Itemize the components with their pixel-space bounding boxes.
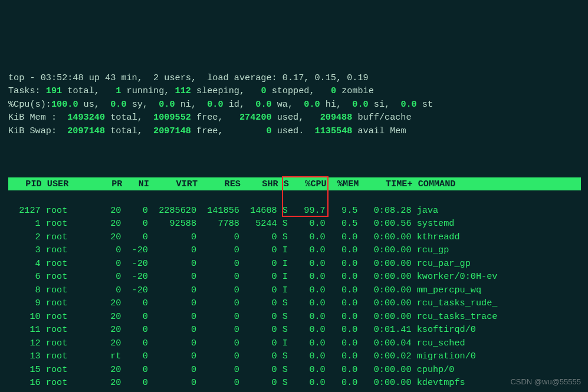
process-row[interactable]: 13 root rt 0 0 0 0 S 0.0 0.0 0:00.02 mig… <box>8 350 581 363</box>
process-row[interactable]: 6 root 0 -20 0 0 0 I 0.0 0.0 0:00.00 kwo… <box>8 270 581 284</box>
process-row[interactable]: 4 root 0 -20 0 0 0 I 0.0 0.0 0:00.00 rcu… <box>8 257 581 271</box>
process-row[interactable]: 17 root 0 -20 0 0 0 I 0.0 0.0 0:00.00 ne… <box>8 390 581 393</box>
watermark: CSDN @wu@55555 <box>510 375 581 389</box>
top-summary: top - 03:52:48 up 43 min, 2 users, load … <box>8 71 581 138</box>
process-list[interactable]: 2127 root 20 0 2285620 141856 14608 S 99… <box>8 204 581 393</box>
process-row[interactable]: 10 root 20 0 0 0 0 S 0.0 0.0 0:00.00 rcu… <box>8 310 581 324</box>
process-row[interactable]: 8 root 0 -20 0 0 0 I 0.0 0.0 0:00.00 mm_… <box>8 284 581 297</box>
column-header: PID USER PR NI VIRT RES SHR S %CPU %MEM … <box>8 177 581 191</box>
process-row[interactable]: 3 root 0 -20 0 0 0 I 0.0 0.0 0:00.00 rcu… <box>8 243 581 257</box>
process-row[interactable]: 2127 root 20 0 2285620 141856 14608 S 99… <box>8 204 581 218</box>
process-row[interactable]: 9 root 20 0 0 0 0 S 0.0 0.0 0:00.00 rcu_… <box>8 297 581 310</box>
process-row[interactable]: 16 root 20 0 0 0 0 S 0.0 0.0 0:00.00 kde… <box>8 376 581 390</box>
process-row[interactable]: 2 root 20 0 0 0 0 S 0.0 0.0 0:00.00 kthr… <box>8 230 581 244</box>
process-row[interactable]: 12 root 20 0 0 0 0 I 0.0 0.0 0:00.04 rcu… <box>8 337 581 350</box>
process-row[interactable]: 15 root 20 0 0 0 0 S 0.0 0.0 0:00.00 cpu… <box>8 363 581 377</box>
process-row[interactable]: 11 root 20 0 0 0 0 S 0.0 0.0 0:01.41 kso… <box>8 323 581 337</box>
process-row[interactable]: 1 root 20 0 92588 7788 5244 S 0.0 0.5 0:… <box>8 217 581 230</box>
